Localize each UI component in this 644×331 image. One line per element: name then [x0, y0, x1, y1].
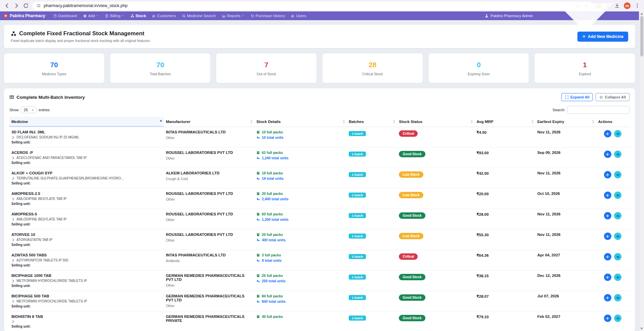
view-batches-button[interactable]: [614, 274, 621, 281]
column-header-manufacturer[interactable]: Manufacturer: [164, 117, 254, 127]
expand-row-chevron-icon[interactable]: [11, 300, 15, 303]
nav-item-users[interactable]: Users: [288, 11, 309, 20]
add-stock-button[interactable]: [604, 315, 611, 322]
stat-card-expired: 1 Expired: [535, 53, 635, 83]
nav-item-stock[interactable]: Stock: [127, 11, 149, 20]
brand-icon: [3, 13, 8, 18]
plus-icon: [606, 296, 609, 300]
column-header-batches[interactable]: Batches: [347, 117, 397, 127]
add-stock-button[interactable]: [604, 274, 611, 281]
units-icon: [256, 300, 260, 303]
view-batches-button[interactable]: [614, 212, 621, 219]
view-batches-button[interactable]: [614, 315, 621, 322]
total-units: 2,400 total units: [256, 197, 345, 201]
view-batches-button[interactable]: [614, 192, 621, 199]
eye-icon: [616, 235, 620, 238]
expand-row-chevron-icon[interactable]: [11, 279, 15, 283]
view-batches-button[interactable]: [614, 253, 621, 260]
add-stock-button[interactable]: [604, 212, 611, 219]
scrollbar-up-arrow[interactable]: [640, 13, 643, 15]
expand-row-chevron-icon[interactable]: [11, 238, 15, 242]
total-units: 400 total units: [256, 238, 345, 242]
sort-icon: [470, 120, 473, 124]
column-header-stock-details[interactable]: Stock Details: [254, 117, 347, 127]
collapse-all-button[interactable]: Collapse All: [596, 93, 630, 101]
add-stock-button[interactable]: [604, 294, 611, 301]
add-stock-button[interactable]: [604, 192, 611, 199]
show-label: Show: [9, 108, 19, 112]
add-new-medicine-button[interactable]: Add New Medicine: [577, 32, 628, 42]
expand-row-chevron-icon[interactable]: [11, 136, 15, 139]
column-header-earliest-expiry[interactable]: Earliest Expiry: [535, 117, 596, 127]
view-batches-button[interactable]: [614, 294, 621, 301]
browser-back-button[interactable]: [4, 3, 10, 9]
nav-item-billing[interactable]: Billing: [102, 11, 127, 20]
column-header-actions[interactable]: Actions: [596, 117, 630, 127]
box-icon: [256, 274, 260, 278]
expand-row-chevron-icon[interactable]: [11, 320, 15, 323]
earliest-expiry: Sep 09, 2026: [535, 148, 596, 168]
total-units: 1,240 total units: [256, 156, 345, 160]
entries-select[interactable]: 25: [21, 107, 37, 113]
column-header-medicine[interactable]: Medicine: [9, 117, 164, 127]
add-stock-button[interactable]: [604, 171, 611, 178]
add-stock-button[interactable]: [604, 253, 611, 260]
browser-reload-button[interactable]: [23, 3, 29, 9]
nav-item-purchase-history[interactable]: Purchase History: [248, 11, 288, 20]
expand-row-chevron-icon[interactable]: [11, 218, 15, 221]
medicine-name: AMOPRESS-5: [11, 212, 162, 216]
box-icon: [256, 233, 260, 237]
units-icon: [256, 259, 260, 262]
plus-icon: [606, 173, 609, 177]
expand-row-chevron-icon[interactable]: [11, 259, 15, 262]
nav-item-medicine-search[interactable]: Medicine Search: [179, 11, 219, 20]
expand-all-button[interactable]: Expand All: [561, 93, 593, 101]
table-row: AZINTAS 500 TABS AZITHROMYCIN TABLETS IP…: [9, 250, 630, 271]
page-title: Complete Fixed Fractional Stock Manageme…: [19, 30, 144, 37]
inventory-title: Complete Multi-Batch Inventory: [16, 95, 85, 100]
nav-item-customers[interactable]: Customers: [149, 11, 179, 20]
nav-item-dashboard[interactable]: Dashboard: [50, 11, 80, 20]
full-packs: 20 full packs: [256, 233, 345, 237]
medicine-category: Other: [166, 304, 252, 308]
medicine-name: AMOPRESS-2.5: [11, 192, 162, 196]
add-stock-button[interactable]: [604, 130, 611, 137]
expand-row-chevron-icon[interactable]: [11, 156, 15, 160]
manufacturer-name: ROUSSEL LABORATORIES PVT LTD: [166, 192, 252, 196]
view-batches-button[interactable]: [614, 151, 621, 158]
nav-item-add[interactable]: Add: [80, 11, 102, 20]
batch-count-badge: 1 batch: [349, 152, 366, 157]
table-row: AMOPRESS-5 AMLODIPINE BESYLATE TAB IP Se…: [9, 209, 630, 230]
view-batches-button[interactable]: [614, 130, 621, 137]
box-icon: [256, 171, 260, 175]
scrollbar-down-arrow[interactable]: [640, 328, 643, 330]
stock-status-badge: Critical: [399, 253, 418, 260]
medicine-name: BICIPHAGE 500 TAB: [11, 294, 162, 298]
table-row: 3D FLAM INJ. 3ML DICLOFENAC SODIUM INJ I…: [9, 127, 630, 148]
column-header-stock-status[interactable]: Stock Status: [397, 117, 474, 127]
scrollbar-thumb[interactable]: [640, 16, 643, 56]
page-scrollbar[interactable]: [639, 11, 644, 331]
batch-count-badge: 1 batch: [349, 234, 366, 239]
batch-count-badge: 1 batch: [349, 316, 366, 321]
search-input[interactable]: [567, 106, 630, 114]
nav-item-reports[interactable]: Reports: [219, 11, 248, 20]
medicine-name: ATORVEE 10: [11, 233, 162, 237]
expand-row-chevron-icon[interactable]: [11, 197, 15, 201]
column-header-avg-mrp[interactable]: Avg MRP: [475, 117, 535, 127]
box-icon: [256, 192, 260, 196]
stock-status-badge: Good Stock: [399, 274, 425, 280]
medicine-category: Antibiotic: [166, 259, 252, 263]
box-icon: [256, 130, 260, 134]
site-info-icon[interactable]: [36, 3, 41, 8]
add-stock-button[interactable]: [604, 151, 611, 158]
add-stock-button[interactable]: [604, 233, 611, 240]
expand-row-chevron-icon[interactable]: [11, 177, 15, 180]
view-batches-button[interactable]: [614, 233, 621, 240]
table-row: ACEROS -P ACECLOFENAC AND PARACETAMOL TA…: [9, 148, 630, 168]
browser-forward-button[interactable]: [13, 3, 20, 9]
table-row: BIOHISTIN 8 TAB Selling unit: GERMAN REM…: [9, 312, 630, 331]
view-batches-button[interactable]: [614, 171, 621, 178]
brand[interactable]: Pabitra Pharmacy: [3, 13, 45, 18]
plus-icon: [606, 132, 609, 136]
